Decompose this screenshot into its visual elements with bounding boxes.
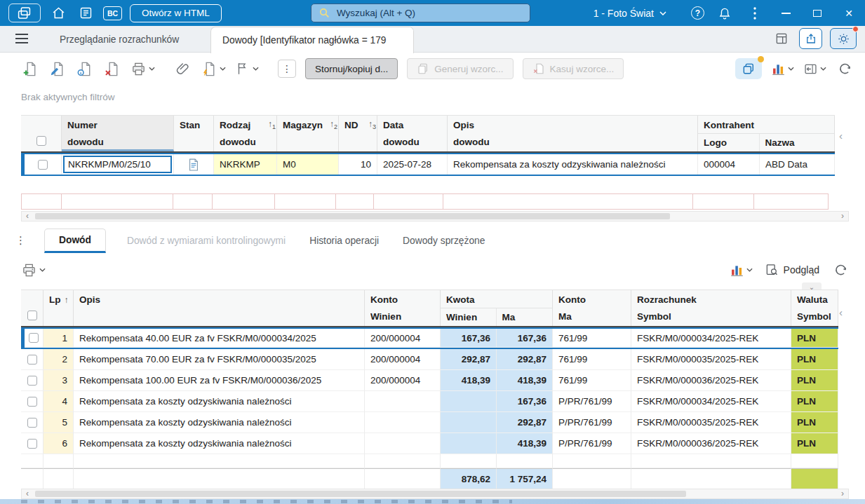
- panel-layout-dropdown[interactable]: [803, 62, 826, 76]
- storno-copy-button[interactable]: Stornuj/kopiuj d...: [305, 58, 398, 79]
- cell-rozrachunek[interactable]: FSKR/M0/000036/2025-REK: [631, 433, 791, 454]
- header-kwota-group[interactable]: Kwota Winien Ma: [441, 290, 553, 326]
- cell-opis[interactable]: Rekompensata za koszty odzyskiwania nale…: [74, 412, 365, 433]
- cell-lp[interactable]: 5: [43, 412, 74, 433]
- open-html-button[interactable]: Otwórz w HTML: [130, 4, 222, 22]
- header-nazwa[interactable]: Nazwa: [760, 134, 834, 151]
- cell-magazyn[interactable]: M0: [277, 154, 339, 175]
- cell-konto-ma[interactable]: P/PR/761/99: [553, 412, 631, 433]
- sort-asc-icon[interactable]: 3: [368, 119, 376, 130]
- cell-nazwa[interactable]: ABD Data: [760, 154, 835, 175]
- row-checkbox[interactable]: [27, 439, 37, 449]
- filter-cell[interactable]: [274, 193, 336, 210]
- filter-cell[interactable]: [692, 193, 754, 210]
- scroll-left-icon[interactable]: ‹: [22, 212, 33, 221]
- scrollbar-thumb[interactable]: [35, 491, 686, 497]
- row-select-cell[interactable]: [21, 391, 43, 412]
- filter-cell[interactable]: [373, 193, 443, 210]
- entry-row[interactable]: 5 Rekompensata za koszty odzyskiwania na…: [21, 412, 838, 433]
- cell-konto-ma[interactable]: 761/99: [553, 349, 631, 370]
- upper-horizontal-scrollbar[interactable]: ‹ ›: [21, 211, 849, 222]
- theme-button[interactable]: [830, 28, 857, 49]
- kebab-menu-icon[interactable]: [745, 4, 765, 23]
- cell-stan[interactable]: [174, 154, 214, 175]
- filter-cell[interactable]: [173, 193, 213, 210]
- cell-kwota-winien[interactable]: [441, 433, 497, 454]
- header-nd[interactable]: ND 3: [339, 116, 377, 151]
- cell-konto-winien[interactable]: 200/000004: [365, 349, 441, 370]
- filter-cell[interactable]: [61, 193, 173, 210]
- print-dropdown[interactable]: [130, 61, 155, 77]
- cell-lp[interactable]: 2: [43, 349, 74, 370]
- cell-konto-winien[interactable]: [365, 412, 441, 433]
- collapse-side-panel-icon[interactable]: [839, 130, 843, 142]
- cell-opis[interactable]: Rekompensata za koszty odzyskiwania nale…: [448, 154, 698, 175]
- cell-waluta[interactable]: PLN: [791, 412, 838, 433]
- sort-asc-icon[interactable]: 2: [330, 119, 337, 130]
- tab-dowod-wymiary[interactable]: Dowód z wymiarami kontrolingowymi: [124, 229, 288, 252]
- cell-kwota-ma[interactable]: 418,39: [497, 370, 553, 391]
- filter-cell[interactable]: [335, 193, 374, 210]
- row-select-cell[interactable]: [21, 370, 43, 391]
- row-select-cell[interactable]: [21, 433, 43, 454]
- company-selector[interactable]: 1 - Foto Świat: [594, 8, 666, 19]
- filter-cell[interactable]: [21, 193, 62, 210]
- cell-waluta[interactable]: PLN: [791, 329, 838, 348]
- cell-konto-ma[interactable]: P/PR/761/99: [553, 391, 631, 412]
- collapse-side-panel-icon[interactable]: [839, 306, 843, 318]
- detail-chart-dropdown[interactable]: [730, 263, 753, 278]
- home-icon[interactable]: [48, 4, 68, 23]
- header-opis[interactable]: Opis: [74, 290, 365, 326]
- select-all-checkbox[interactable]: [27, 311, 37, 320]
- tab-active[interactable]: Dowody [Identyfikator nagłówka = 179: [210, 27, 414, 53]
- edit-document-icon[interactable]: [48, 60, 67, 78]
- window-minimize-button[interactable]: [775, 4, 796, 23]
- cell-waluta[interactable]: PLN: [791, 370, 838, 391]
- header-stan[interactable]: Stan: [174, 116, 214, 151]
- cell-kwota-winien[interactable]: [441, 391, 497, 412]
- cell-rodzaj[interactable]: NKRKMP: [214, 154, 277, 175]
- cell-kwota-ma[interactable]: 292,87: [497, 349, 553, 370]
- entry-row[interactable]: 2 Rekompensata 70.00 EUR za fv FSKR/M0/0…: [21, 349, 838, 370]
- cell-rozrachunek[interactable]: FSKR/M0/000034/2025-REK: [631, 391, 791, 412]
- help-icon[interactable]: ?: [691, 6, 704, 20]
- header-logo[interactable]: Logo: [698, 134, 760, 151]
- delete-document-icon[interactable]: [103, 60, 121, 78]
- cell-lp[interactable]: 4: [43, 391, 74, 412]
- row-checkbox[interactable]: [27, 418, 37, 428]
- select-all-header[interactable]: [21, 290, 43, 326]
- cell-rozrachunek[interactable]: FSKR/M0/000036/2025-REK: [631, 370, 791, 391]
- cell-kwota-ma[interactable]: 292,87: [497, 412, 553, 433]
- tab-historia-operacji[interactable]: Historia operacji: [307, 229, 382, 252]
- drag-handle-icon[interactable]: ⋮: [15, 234, 26, 247]
- row-checkbox[interactable]: [27, 376, 37, 386]
- select-all-header[interactable]: [21, 116, 62, 151]
- header-kwota-ma[interactable]: Ma: [497, 308, 553, 326]
- cell-konto-winien[interactable]: [365, 433, 441, 454]
- cell-waluta[interactable]: PLN: [791, 433, 838, 454]
- tab-previous[interactable]: Przeglądanie rozrachunków: [60, 26, 179, 53]
- main-menu-icon[interactable]: [15, 33, 29, 44]
- tab-dowody-sprzezone[interactable]: Dowody sprzężone: [400, 229, 488, 252]
- cell-lp[interactable]: 3: [43, 370, 74, 391]
- window-layout-icon[interactable]: [772, 29, 791, 48]
- cell-kwota-winien[interactable]: 418,39: [441, 370, 497, 391]
- cell-kwota-winien[interactable]: 167,36: [441, 329, 497, 348]
- more-actions-button[interactable]: ⋮: [278, 60, 296, 78]
- row-select-cell[interactable]: [21, 329, 43, 348]
- cell-opis[interactable]: Rekompensata za koszty odzyskiwania nale…: [74, 433, 365, 454]
- header-rodzaj[interactable]: Rodzaj dowodu 1: [214, 116, 277, 151]
- header-opis[interactable]: Opis dowodu: [448, 116, 698, 151]
- sort-asc-icon[interactable]: 1: [268, 119, 276, 130]
- lower-horizontal-scrollbar[interactable]: ‹ ›: [21, 489, 849, 499]
- header-rozrachunek[interactable]: Rozrachunek Symbol: [631, 290, 791, 326]
- header-waluta[interactable]: Waluta Symbol: [791, 290, 838, 326]
- row-checkbox[interactable]: [38, 160, 48, 170]
- cell-logo[interactable]: 000004: [698, 154, 760, 175]
- cell-kwota-ma[interactable]: 167,36: [497, 329, 553, 348]
- row-checkbox[interactable]: [27, 355, 37, 365]
- entry-row[interactable]: 1 Rekompensata 40.00 EUR za fv FSKR/M0/0…: [21, 327, 838, 349]
- row-checkbox[interactable]: [29, 333, 39, 343]
- show-document-icon[interactable]: [76, 60, 94, 78]
- add-document-icon[interactable]: [21, 60, 39, 78]
